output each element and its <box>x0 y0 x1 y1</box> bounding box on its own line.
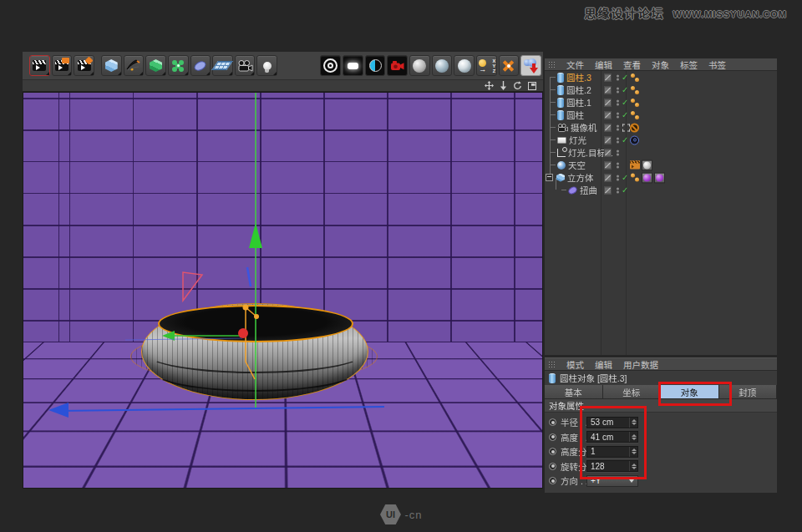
axis-gizmo[interactable] <box>23 93 543 488</box>
tab-coordinates[interactable]: 坐标 <box>603 385 662 399</box>
layer-toggle[interactable] <box>604 136 612 144</box>
grip-dots-icon[interactable] <box>548 61 555 68</box>
spinner[interactable] <box>629 461 637 471</box>
object-row-cube[interactable]: 立方体 ✓ <box>545 171 777 184</box>
layer-toggle[interactable] <box>604 161 612 169</box>
visibility-dots[interactable] <box>617 99 619 106</box>
enabled-check[interactable]: ✓ <box>622 111 628 119</box>
pen-spline-button[interactable] <box>124 55 145 76</box>
layer-toggle[interactable] <box>604 86 612 94</box>
layer-toggle[interactable] <box>604 186 612 194</box>
layer-toggle[interactable] <box>604 149 612 156</box>
tab-basic[interactable]: 基本 <box>545 385 603 399</box>
zoom-icon[interactable] <box>500 81 507 90</box>
tab-object[interactable]: 对象 <box>661 385 719 399</box>
height-input[interactable]: 41 cm <box>586 431 638 443</box>
enabled-check[interactable]: ✓ <box>622 73 628 82</box>
enabled-check[interactable]: ✓ <box>622 99 628 107</box>
object-row-camera[interactable]: 摄像机 <box>545 121 777 134</box>
rotate-icon[interactable] <box>513 81 522 90</box>
visibility-dots[interactable] <box>617 86 619 94</box>
orientation-dropdown[interactable]: +Y <box>586 475 638 487</box>
layer-toggle[interactable] <box>604 174 612 181</box>
keyframe-radio[interactable] <box>549 433 556 441</box>
enabled-check[interactable]: ✓ <box>622 186 628 195</box>
om-menu-view[interactable]: 查看 <box>623 58 641 71</box>
am-menu-mode[interactable]: 模式 <box>566 358 584 371</box>
deformer-button[interactable] <box>190 55 211 76</box>
target-tag-icon[interactable] <box>630 135 639 144</box>
render-picture-viewer-button[interactable] <box>52 55 73 76</box>
render-view-button[interactable] <box>29 55 50 76</box>
om-menu-edit[interactable]: 编辑 <box>595 58 612 71</box>
layer-toggle[interactable] <box>604 111 612 119</box>
om-menu-tag[interactable]: 标签 <box>680 58 698 71</box>
array-generator-button[interactable] <box>168 55 189 76</box>
enabled-check[interactable]: ✓ <box>622 86 628 94</box>
subdivision-surface-button[interactable] <box>145 55 166 76</box>
light-button[interactable] <box>256 55 277 76</box>
visibility-dots[interactable] <box>617 149 619 156</box>
om-menu-bookmark[interactable]: 书签 <box>708 58 726 71</box>
target-rings-button[interactable] <box>320 55 341 76</box>
object-row-bend[interactable]: 扭曲 ✓ <box>545 184 777 196</box>
active-camera-icon[interactable] <box>622 124 630 131</box>
enabled-check[interactable]: ✓ <box>622 136 628 144</box>
keyframe-radio[interactable] <box>549 448 556 455</box>
snap-button[interactable] <box>499 55 520 76</box>
material-tag-purple[interactable] <box>654 172 665 183</box>
object-row-cylinder[interactable]: 圆柱 ✓ <box>545 109 777 121</box>
floor-environment-button[interactable] <box>212 55 233 76</box>
maximize-icon[interactable] <box>528 82 536 90</box>
visibility-dots[interactable] <box>617 161 619 169</box>
move-selected-button[interactable] <box>520 55 541 76</box>
visibility-dots[interactable] <box>617 124 619 131</box>
object-row-light[interactable]: 灯光 ✓ <box>545 134 777 146</box>
layer-toggle[interactable] <box>604 124 612 131</box>
spinner[interactable] <box>629 432 637 442</box>
enabled-check[interactable]: ✓ <box>622 174 628 182</box>
rotation-segments-input[interactable]: 128 <box>586 460 638 472</box>
grip-dots-icon[interactable] <box>548 361 555 367</box>
visibility-dots[interactable] <box>617 186 619 194</box>
keyframe-radio[interactable] <box>549 418 556 426</box>
red-camera-button[interactable] <box>387 55 408 76</box>
shading-sphere-glass-button[interactable] <box>454 55 475 76</box>
phong-tag-icon[interactable] <box>630 173 640 183</box>
pan-icon[interactable] <box>485 81 494 90</box>
tab-caps[interactable]: 封顶 <box>719 385 778 399</box>
radius-input[interactable]: 53 cm <box>586 417 638 428</box>
shading-sphere-matte-button[interactable] <box>409 55 430 76</box>
render-settings-button[interactable] <box>74 55 94 76</box>
spinner[interactable] <box>629 418 637 428</box>
height-segments-input[interactable]: 1 <box>586 446 638 458</box>
compositing-tag-icon[interactable] <box>630 161 640 170</box>
material-tag-white[interactable] <box>642 160 652 170</box>
visibility-dots[interactable] <box>617 111 619 119</box>
phong-tag-icon[interactable] <box>630 85 640 95</box>
layer-toggle[interactable] <box>604 99 612 106</box>
visibility-dots[interactable] <box>617 174 619 181</box>
visibility-dots[interactable] <box>617 73 619 81</box>
phong-tag-icon[interactable] <box>630 98 640 108</box>
protection-tag-icon[interactable] <box>630 123 639 132</box>
om-menu-object[interactable]: 对象 <box>652 58 669 71</box>
object-row-cylinder3[interactable]: 圆柱.3 ✓ <box>545 71 777 84</box>
am-menu-edit[interactable]: 编辑 <box>595 358 612 371</box>
object-row-cylinder2[interactable]: 圆柱.2 ✓ <box>545 84 777 96</box>
object-row-cylinder1[interactable]: 圆柱.1 ✓ <box>545 96 777 109</box>
half-shade-button[interactable] <box>365 55 386 76</box>
expander-icon[interactable] <box>546 174 553 181</box>
object-row-light-target[interactable]: 灯光.目标.1 <box>545 146 777 159</box>
spinner[interactable] <box>629 447 637 457</box>
phong-tag-icon[interactable] <box>630 73 640 83</box>
om-menu-file[interactable]: 文件 <box>566 58 584 71</box>
material-tag-purple[interactable] <box>642 172 652 183</box>
screen-button[interactable] <box>343 55 363 76</box>
layer-toggle[interactable] <box>604 73 612 81</box>
cube-primitive-button[interactable] <box>101 55 122 76</box>
viewport-3d[interactable] <box>23 92 543 489</box>
shading-sphere-shiny-button[interactable] <box>432 55 453 76</box>
phong-tag-icon[interactable] <box>630 110 640 120</box>
keyframe-radio[interactable] <box>549 463 556 470</box>
